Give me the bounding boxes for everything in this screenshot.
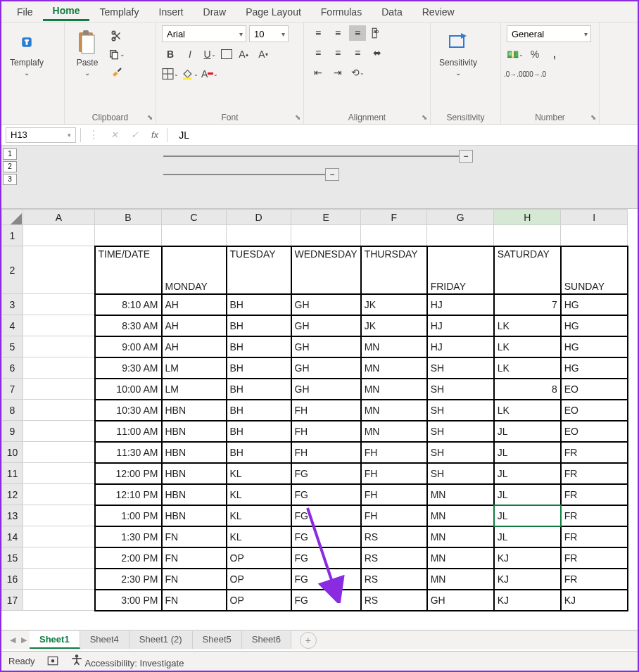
- cell-I12[interactable]: FR: [561, 484, 628, 505]
- cell-F9[interactable]: MN: [361, 421, 427, 442]
- formula-input[interactable]: JL: [172, 129, 189, 141]
- bold-button[interactable]: B: [162, 46, 179, 62]
- cell-D12[interactable]: KL: [227, 484, 291, 505]
- align-center-button[interactable]: ≡: [329, 45, 346, 61]
- cell-B4[interactable]: 8:30 AM: [95, 315, 162, 336]
- enter-formula-icon[interactable]: ✓: [127, 129, 143, 140]
- cell-D6[interactable]: BH: [227, 357, 291, 379]
- cell-G6[interactable]: SH: [427, 357, 494, 379]
- cell-I8[interactable]: EO: [561, 400, 628, 421]
- fx-icon[interactable]: fx: [147, 129, 163, 140]
- cell-H7[interactable]: 8: [494, 379, 561, 400]
- cell-I5[interactable]: HG: [561, 336, 628, 357]
- cell-C4[interactable]: AH: [162, 315, 227, 336]
- cell-C1[interactable]: [162, 225, 227, 246]
- row-header-1[interactable]: 1: [2, 225, 23, 246]
- cell-D11[interactable]: KL: [227, 463, 291, 484]
- merge-button[interactable]: ⬌: [369, 45, 386, 61]
- cell-A14[interactable]: [23, 526, 95, 547]
- cell-E12[interactable]: FG: [291, 484, 361, 505]
- cell-I4[interactable]: HG: [561, 315, 628, 336]
- row-header-5[interactable]: 5: [2, 336, 23, 357]
- cell-I7[interactable]: EO: [561, 379, 628, 400]
- cell-B5[interactable]: 9:00 AM: [95, 336, 162, 357]
- cell-H12[interactable]: JL: [494, 484, 561, 505]
- cell-C9[interactable]: HBN: [162, 421, 227, 442]
- align-right-button[interactable]: ≡: [349, 45, 366, 61]
- cell-A9[interactable]: [23, 421, 95, 442]
- cell-B2[interactable]: TIME/DATE: [95, 246, 162, 294]
- cell-D8[interactable]: BH: [227, 400, 291, 421]
- alignment-dialog-launcher[interactable]: ⬊: [422, 113, 427, 121]
- cell-F6[interactable]: MN: [361, 357, 427, 379]
- sheet-tab-sheet4[interactable]: Sheet4: [80, 631, 129, 649]
- col-header-B[interactable]: B: [95, 210, 162, 225]
- accessibility-status[interactable]: Accessibility: Investigate: [70, 654, 184, 668]
- cell-H6[interactable]: LK: [494, 357, 561, 379]
- decrease-font-button[interactable]: A▾: [255, 46, 272, 62]
- macro-record-icon[interactable]: [46, 654, 59, 668]
- cell-D4[interactable]: BH: [227, 315, 291, 336]
- paste-button[interactable]: Paste ⌄: [70, 25, 104, 80]
- cell-G15[interactable]: MN: [427, 547, 494, 569]
- underline-button[interactable]: U⌄: [201, 46, 218, 62]
- cell-A3[interactable]: [23, 294, 95, 315]
- col-header-I[interactable]: I: [561, 210, 628, 225]
- cell-B9[interactable]: 11:00 AM: [95, 421, 162, 442]
- cell-C17[interactable]: FN: [162, 590, 227, 611]
- cell-E6[interactable]: GH: [291, 357, 361, 379]
- cell-B3[interactable]: 8:10 AM: [95, 294, 162, 315]
- col-header-A[interactable]: A: [23, 210, 95, 225]
- cell-B6[interactable]: 9:30 AM: [95, 357, 162, 379]
- cell-I2[interactable]: SUNDAY: [561, 246, 628, 294]
- cell-H13[interactable]: JL: [494, 505, 561, 526]
- cell-C3[interactable]: AH: [162, 294, 227, 315]
- cell-H4[interactable]: LK: [494, 315, 561, 336]
- copy-button[interactable]: ⌄: [108, 46, 125, 62]
- row-header-8[interactable]: 8: [2, 400, 23, 421]
- sheet-tab-sheet1-2-[interactable]: Sheet1 (2): [129, 631, 193, 649]
- cell-F3[interactable]: JK: [361, 294, 427, 315]
- clipboard-dialog-launcher[interactable]: ⬊: [147, 113, 153, 121]
- outline-level-1[interactable]: 1: [3, 148, 17, 160]
- cell-C2[interactable]: MONDAY: [162, 246, 227, 294]
- cell-D16[interactable]: OP: [227, 569, 291, 590]
- cell-F16[interactable]: RS: [361, 569, 427, 590]
- cell-E9[interactable]: FH: [291, 421, 361, 442]
- cell-C5[interactable]: AH: [162, 336, 227, 357]
- font-size-combo[interactable]: 10▾: [249, 25, 289, 42]
- cell-A10[interactable]: [23, 442, 95, 463]
- cell-A11[interactable]: [23, 463, 95, 484]
- col-header-C[interactable]: C: [162, 210, 227, 225]
- cell-E4[interactable]: GH: [291, 315, 361, 336]
- cell-C13[interactable]: HBN: [162, 505, 227, 526]
- cell-E14[interactable]: FG: [291, 526, 361, 547]
- cell-C16[interactable]: FN: [162, 569, 227, 590]
- cell-B8[interactable]: 10:30 AM: [95, 400, 162, 421]
- align-middle-button[interactable]: ≡: [329, 25, 346, 41]
- cell-C11[interactable]: HBN: [162, 463, 227, 484]
- menu-formulas[interactable]: Formulas: [311, 4, 372, 20]
- cell-A5[interactable]: [23, 336, 95, 357]
- cell-H3[interactable]: 7: [494, 294, 561, 315]
- cell-A4[interactable]: [23, 315, 95, 336]
- name-box[interactable]: H13▾: [6, 127, 76, 143]
- cell-D10[interactable]: BH: [227, 442, 291, 463]
- cell-A8[interactable]: [23, 400, 95, 421]
- number-dialog-launcher[interactable]: ⬊: [590, 113, 596, 121]
- row-header-12[interactable]: 12: [2, 484, 23, 505]
- wrap-text-button[interactable]: ab: [369, 25, 386, 41]
- align-left-button[interactable]: ≡: [310, 45, 327, 61]
- sheet-nav-next[interactable]: ▶: [18, 635, 30, 645]
- cell-G17[interactable]: GH: [427, 590, 494, 611]
- cell-B17[interactable]: 3:00 PM: [95, 590, 162, 611]
- cell-C8[interactable]: HBN: [162, 400, 227, 421]
- cell-I1[interactable]: [561, 225, 628, 246]
- cell-D1[interactable]: [227, 225, 291, 246]
- col-header-F[interactable]: F: [361, 210, 427, 225]
- col-header-H[interactable]: H: [494, 210, 561, 225]
- cell-H17[interactable]: KJ: [494, 590, 561, 611]
- cell-E1[interactable]: [291, 225, 361, 246]
- cell-A7[interactable]: [23, 379, 95, 400]
- cell-H16[interactable]: KJ: [494, 569, 561, 590]
